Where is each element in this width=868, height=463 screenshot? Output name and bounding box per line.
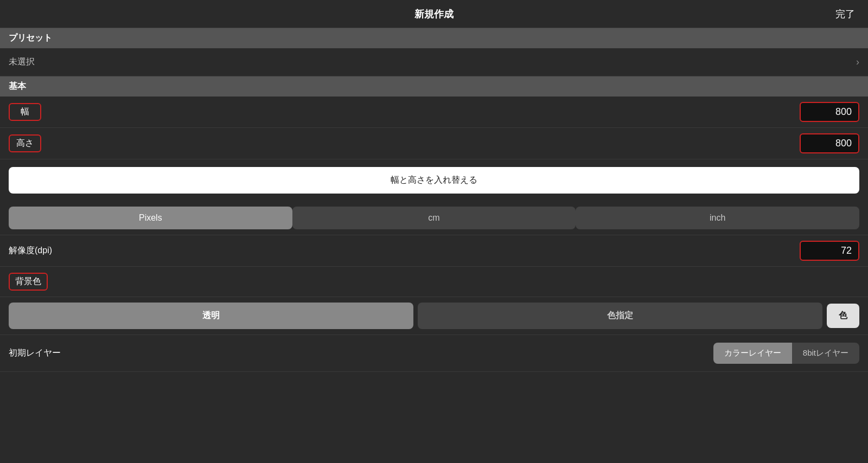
bg-selector: 透明 色指定 色 [0,297,868,335]
chevron-right-icon: › [856,56,859,68]
resolution-input[interactable] [800,241,859,261]
preset-value: 未選択 [9,56,35,68]
bg-transparent-button[interactable]: 透明 [9,303,413,329]
done-button[interactable]: 完了 [835,8,855,21]
width-input[interactable] [800,102,859,122]
color-preview-button[interactable]: 色 [827,304,859,328]
width-label: 幅 [9,103,41,121]
unit-pixels-button[interactable]: Pixels [9,207,292,229]
bg-color-row: 背景色 [0,267,868,297]
layer-toggle: カラーレイヤー 8bitレイヤー [713,343,859,364]
layer-8bit-button[interactable]: 8bitレイヤー [792,343,859,364]
resolution-label: 解像度(dpi) [9,245,52,256]
basic-section-header: 基本 [0,76,868,97]
resolution-row: 解像度(dpi) [0,235,868,267]
preset-row[interactable]: 未選択 › [0,48,868,76]
layer-color-button[interactable]: カラーレイヤー [713,343,792,364]
width-row: 幅 [0,97,868,128]
bg-color-select-button[interactable]: 色指定 [418,303,822,329]
unit-cm-button[interactable]: cm [292,207,576,229]
swap-row: 幅と高さを入れ替える [0,159,868,201]
swap-button[interactable]: 幅と高さを入れ替える [9,167,859,194]
dialog-title: 新規作成 [414,8,454,21]
unit-selector: Pixels cm inch [0,201,868,235]
dialog-header: 新規作成 完了 [0,0,868,28]
initial-layer-label: 初期レイヤー [9,348,61,359]
bg-color-label: 背景色 [9,273,48,291]
unit-inch-button[interactable]: inch [576,207,859,229]
height-label: 高さ [9,134,41,152]
initial-layer-row: 初期レイヤー カラーレイヤー 8bitレイヤー [0,335,868,372]
preset-section-header: プリセット [0,28,868,48]
height-row: 高さ [0,128,868,159]
height-input[interactable] [800,133,859,153]
